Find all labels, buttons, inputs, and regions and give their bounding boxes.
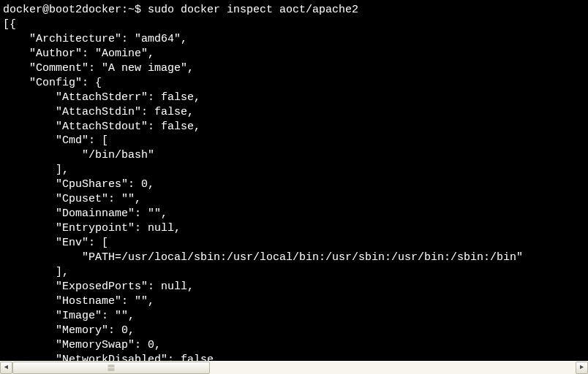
scroll-left-button[interactable]: ◄ xyxy=(0,362,12,374)
output-line: "Image": "", xyxy=(3,309,588,324)
output-line: "MemorySwap": 0, xyxy=(3,338,588,353)
output-line: "Cmd": [ xyxy=(3,134,588,148)
output-line: "Memory": 0, xyxy=(3,324,588,338)
prompt-line: docker@boot2docker:~$ sudo docker inspec… xyxy=(3,3,588,18)
output-line: "AttachStdin": false, xyxy=(3,105,588,120)
output-line: "AttachStderr": false, xyxy=(3,91,588,105)
output-line: "PATH=/usr/local/sbin:/usr/local/bin:/us… xyxy=(3,251,588,265)
output-line: "Cpuset": "", xyxy=(3,192,588,207)
output-line: "Architecture": "amd64", xyxy=(3,32,588,47)
output-line: "Domainname": "", xyxy=(3,207,588,221)
output-line: "/bin/bash" xyxy=(3,148,588,163)
output-line: "Hostname": "", xyxy=(3,294,588,309)
scroll-right-button[interactable]: ► xyxy=(576,362,588,374)
output-line: "Comment": "A new image", xyxy=(3,61,588,76)
output-line: "Author": "Aomine", xyxy=(3,47,588,61)
scroll-thumb[interactable] xyxy=(12,362,210,374)
output-line: "NetworkDisabled": false, xyxy=(3,353,588,362)
output-line: "CpuShares": 0, xyxy=(3,178,588,192)
output-line: ], xyxy=(3,265,588,280)
scroll-grip-icon xyxy=(108,365,115,371)
horizontal-scrollbar[interactable]: ◄ ► xyxy=(0,361,588,374)
output-line: "Entrypoint": null, xyxy=(3,221,588,236)
output-line: "Env": [ xyxy=(3,236,588,251)
output-line: "Config": { xyxy=(3,76,588,91)
output-line: "ExposedPorts": null, xyxy=(3,280,588,294)
output-line: ], xyxy=(3,163,588,178)
output-line: "AttachStdout": false, xyxy=(3,120,588,134)
output-line: [{ xyxy=(3,18,588,32)
terminal-output[interactable]: docker@boot2docker:~$ sudo docker inspec… xyxy=(0,0,588,361)
scroll-track[interactable] xyxy=(12,362,576,374)
